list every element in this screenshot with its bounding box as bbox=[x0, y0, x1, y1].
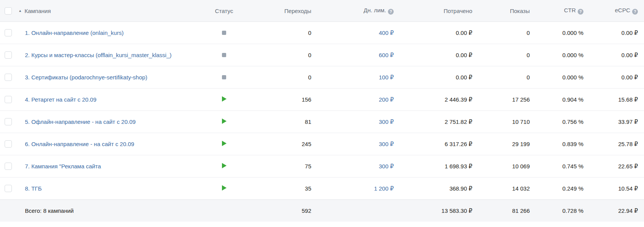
daily-limit-link[interactable]: 400 ₽ bbox=[379, 30, 394, 36]
daily-limit-link[interactable]: 600 ₽ bbox=[379, 52, 394, 59]
row-checkbox[interactable] bbox=[5, 118, 12, 125]
column-header-campaign[interactable]: Кампания bbox=[25, 8, 51, 14]
status-stopped-icon[interactable] bbox=[222, 75, 226, 79]
clicks-value: 156 bbox=[244, 96, 315, 103]
campaign-link[interactable]: 6. Онлайн-направление - на сайт с 20.09 bbox=[25, 141, 134, 147]
ecpc-value: 0.00 ₽ bbox=[587, 30, 639, 36]
ecpc-value: 25.78 ₽ bbox=[587, 141, 639, 148]
help-icon[interactable]: ? bbox=[578, 9, 583, 15]
totals-ctr: 0.728 % bbox=[534, 207, 587, 214]
status-active-icon[interactable] bbox=[222, 185, 227, 191]
totals-clicks: 592 bbox=[244, 207, 315, 214]
totals-spent: 13 583.30 ₽ bbox=[398, 207, 476, 214]
spent-value: 2 751.82 ₽ bbox=[398, 118, 476, 125]
column-header-spent: Потрачено bbox=[398, 8, 476, 14]
ctr-value: 0.249 % bbox=[534, 185, 587, 192]
impressions-value: 29 199 bbox=[476, 141, 534, 147]
column-header-impressions: Показы bbox=[476, 8, 534, 14]
table-header: ▲ Кампания Статус Переходы Дн. лим.? Пот… bbox=[0, 0, 644, 22]
campaigns-table: ▲ Кампания Статус Переходы Дн. лим.? Пот… bbox=[0, 0, 644, 222]
clicks-value: 245 bbox=[244, 141, 315, 147]
status-active-icon[interactable] bbox=[222, 118, 227, 124]
column-header-clicks: Переходы bbox=[244, 8, 315, 14]
campaign-link[interactable]: 4. Ретаргет на сайт с 20.09 bbox=[25, 96, 97, 103]
sort-ascending-icon[interactable]: ▲ bbox=[18, 9, 22, 13]
column-header-ctr: CTR bbox=[564, 7, 576, 13]
ecpc-value: 10.54 ₽ bbox=[587, 185, 639, 192]
totals-label: Всего: 8 кампаний bbox=[18, 207, 204, 214]
row-checkbox[interactable] bbox=[5, 29, 12, 36]
row-checkbox[interactable] bbox=[5, 140, 12, 148]
status-active-icon[interactable] bbox=[222, 96, 227, 102]
row-checkbox[interactable] bbox=[5, 163, 12, 170]
impressions-value: 0 bbox=[476, 74, 534, 81]
daily-limit-link[interactable]: 300 ₽ bbox=[379, 141, 394, 148]
status-active-icon[interactable] bbox=[222, 163, 227, 168]
ctr-value: 0.000 % bbox=[534, 74, 587, 81]
ctr-value: 0.756 % bbox=[534, 118, 587, 125]
campaign-link[interactable]: 1. Онлайн-направление (onlain_kurs) bbox=[25, 30, 123, 36]
clicks-value: 81 bbox=[244, 118, 315, 125]
select-all-checkbox[interactable] bbox=[5, 7, 12, 15]
impressions-value: 14 032 bbox=[476, 185, 534, 192]
status-stopped-icon[interactable] bbox=[222, 31, 226, 35]
impressions-value: 0 bbox=[476, 52, 534, 58]
ctr-value: 0.745 % bbox=[534, 163, 587, 169]
spent-value: 0.00 ₽ bbox=[398, 74, 476, 81]
status-stopped-icon[interactable] bbox=[222, 53, 226, 57]
spent-value: 1 698.93 ₽ bbox=[398, 163, 476, 170]
ctr-value: 0.000 % bbox=[534, 52, 587, 58]
totals-row: Всего: 8 кампаний 592 13 583.30 ₽ 81 266… bbox=[0, 199, 644, 222]
spent-value: 0.00 ₽ bbox=[398, 52, 476, 59]
totals-impressions: 81 266 bbox=[476, 207, 534, 214]
clicks-value: 35 bbox=[244, 185, 315, 192]
ctr-value: 0.000 % bbox=[534, 30, 587, 36]
daily-limit-link[interactable]: 300 ₽ bbox=[379, 163, 394, 170]
clicks-value: 0 bbox=[244, 74, 315, 81]
campaign-link[interactable]: 5. Офлайн-направление - на сайт с 20.09 bbox=[25, 118, 136, 125]
status-active-icon[interactable] bbox=[222, 141, 227, 146]
row-checkbox[interactable] bbox=[5, 74, 12, 81]
daily-limit-link[interactable]: 100 ₽ bbox=[379, 74, 394, 81]
row-checkbox[interactable] bbox=[5, 96, 12, 103]
campaign-link[interactable]: 8. ТГБ bbox=[25, 185, 42, 192]
impressions-value: 10 710 bbox=[476, 118, 534, 125]
spent-value: 0.00 ₽ bbox=[398, 30, 476, 36]
help-icon[interactable]: ? bbox=[632, 9, 638, 15]
table-row: 4. Ретаргет на сайт с 20.09 156 200 ₽ 2 … bbox=[0, 89, 644, 111]
ecpc-value: 15.68 ₽ bbox=[587, 96, 639, 103]
clicks-value: 75 bbox=[244, 163, 315, 169]
table-row: 1. Онлайн-направление (onlain_kurs) 0 40… bbox=[0, 22, 644, 44]
column-header-status: Статус bbox=[204, 8, 244, 14]
table-row: 7. Кампания "Реклама сайта 75 300 ₽ 1 69… bbox=[0, 155, 644, 178]
impressions-value: 0 bbox=[476, 30, 534, 36]
campaign-link[interactable]: 2. Курсы и мастер-классы (offlain_kursi_… bbox=[25, 52, 172, 58]
spent-value: 6 317.26 ₽ bbox=[398, 141, 476, 148]
daily-limit-link[interactable]: 200 ₽ bbox=[379, 96, 394, 103]
ecpc-value: 0.00 ₽ bbox=[587, 74, 639, 81]
table-row: 2. Курсы и мастер-классы (offlain_kursi_… bbox=[0, 44, 644, 66]
ctr-value: 0.839 % bbox=[534, 141, 587, 147]
ecpc-value: 0.00 ₽ bbox=[587, 52, 639, 59]
column-header-daily-limit: Дн. лим. bbox=[364, 7, 386, 13]
table-row: 5. Офлайн-направление - на сайт с 20.09 … bbox=[0, 111, 644, 133]
table-row: 8. ТГБ 35 1 200 ₽ 368.90 ₽ 14 032 0.249 … bbox=[0, 178, 644, 200]
ecpc-value: 33.97 ₽ bbox=[587, 118, 639, 125]
spent-value: 2 446.39 ₽ bbox=[398, 96, 476, 103]
daily-limit-link[interactable]: 1 200 ₽ bbox=[374, 185, 394, 192]
row-checkbox[interactable] bbox=[5, 51, 12, 59]
daily-limit-link[interactable]: 300 ₽ bbox=[379, 118, 394, 125]
ecpc-value: 22.65 ₽ bbox=[587, 163, 639, 170]
table-row: 6. Онлайн-направление - на сайт с 20.09 … bbox=[0, 133, 644, 155]
ctr-value: 0.904 % bbox=[534, 96, 587, 103]
impressions-value: 17 256 bbox=[476, 96, 534, 103]
impressions-value: 10 069 bbox=[476, 163, 534, 169]
column-header-ecpc: eCPC bbox=[615, 7, 630, 13]
row-checkbox[interactable] bbox=[5, 185, 12, 192]
totals-ecpc: 22.94 ₽ bbox=[587, 207, 639, 214]
campaign-link[interactable]: 7. Кампания "Реклама сайта bbox=[25, 163, 101, 169]
clicks-value: 0 bbox=[244, 52, 315, 58]
campaign-link[interactable]: 3. Сертификаты (podarochnye-sertifikaty-… bbox=[25, 74, 147, 81]
clicks-value: 0 bbox=[244, 30, 315, 36]
help-icon[interactable]: ? bbox=[388, 9, 394, 15]
